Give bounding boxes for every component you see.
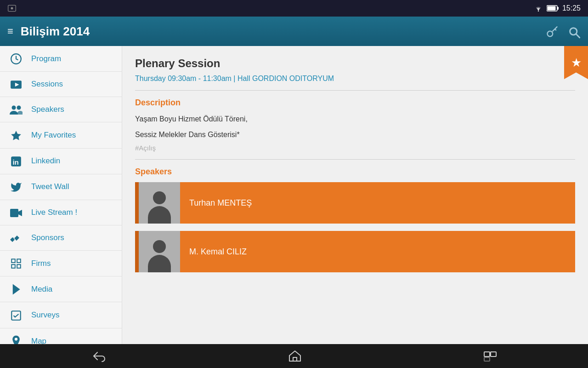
divider-1: [135, 90, 575, 91]
bookmark-star-icon: ★: [571, 56, 582, 70]
speakers-icon: [9, 104, 23, 115]
svg-text:in: in: [12, 158, 18, 166]
sidebar-item-firms[interactable]: Firms: [0, 251, 122, 276]
svg-rect-4: [557, 7, 559, 10]
svg-rect-28: [484, 352, 490, 356]
star-icon: [9, 129, 23, 141]
sidebar-label-tweetwall: Tweet Wall: [31, 182, 69, 191]
description-text-1: Yaşam Boyu Hizmet Ödülü Töreni,: [135, 113, 575, 125]
status-time: 15:25: [562, 4, 581, 12]
battery-icon: [547, 5, 559, 12]
svg-marker-23: [13, 284, 20, 295]
svg-point-2: [538, 11, 539, 12]
bottom-nav: [0, 344, 588, 368]
sidebar-label-livestream: Live Stream !: [31, 208, 77, 217]
status-icons: 15:25: [534, 4, 581, 12]
svg-line-8: [576, 34, 580, 38]
svg-point-1: [11, 7, 13, 10]
svg-rect-21: [11, 264, 15, 268]
content-area: ★ Plenary Session Thursday 09:30am - 11:…: [122, 46, 588, 344]
svg-rect-20: [17, 259, 21, 263]
sidebar-label-program: Program: [31, 54, 61, 63]
hamburger-button[interactable]: ≡: [7, 25, 13, 37]
svg-rect-29: [491, 352, 496, 356]
speakers-section: Turhan MENTEŞ M. Kemal CILIZ: [135, 182, 575, 272]
hashtag: #Açılış: [135, 144, 575, 152]
svg-marker-18: [18, 210, 22, 216]
content-inner: Plenary Session Thursday 09:30am - 11:30…: [122, 46, 588, 291]
sidebar-label-map: Map: [31, 337, 46, 344]
speaker-accent-2: [135, 231, 139, 272]
sidebar-item-media[interactable]: Media: [0, 276, 122, 302]
recents-button[interactable]: [483, 350, 497, 362]
wifi-icon: [534, 5, 543, 12]
session-title: Plenary Session: [135, 57, 575, 70]
sidebar-label-surveys: Surveys: [31, 310, 59, 320]
description-text-2: Sessiz Melekler Dans Gösterisi*: [135, 129, 575, 141]
home-button[interactable]: [288, 350, 302, 362]
key-icon[interactable]: [546, 24, 559, 38]
description-label: Description: [135, 98, 575, 108]
sidebar-item-favorites[interactable]: My Favorites: [0, 122, 122, 148]
speaker-name-1: Turhan MENTEŞ: [180, 198, 252, 208]
sidebar-item-surveys[interactable]: Surveys: [0, 302, 122, 328]
svg-marker-26: [289, 351, 300, 361]
speaker-card-1[interactable]: Turhan MENTEŞ: [135, 182, 575, 224]
sidebar-item-linkedin[interactable]: in Linkedin: [0, 149, 122, 174]
sidebar-item-program[interactable]: Program: [0, 46, 122, 72]
sessions-icon: [9, 78, 23, 90]
speakers-label: Speakers: [135, 167, 575, 177]
sidebar-label-firms: Firms: [31, 259, 51, 268]
sidebar-label-media: Media: [31, 285, 52, 294]
svg-rect-17: [10, 209, 18, 217]
sidebar-item-sessions[interactable]: Sessions: [0, 72, 122, 97]
speaker-name-2: M. Kemal CILIZ: [180, 247, 247, 257]
svg-marker-14: [11, 131, 21, 140]
svg-point-25: [15, 338, 17, 340]
sidebar-label-sessions: Sessions: [31, 80, 63, 89]
sidebar: Program Sessions Speakers: [0, 46, 122, 344]
back-button[interactable]: [91, 350, 107, 362]
svg-point-13: [17, 106, 21, 110]
svg-rect-22: [17, 264, 21, 268]
twitter-icon: [9, 181, 23, 193]
svg-rect-19: [11, 259, 15, 263]
sidebar-label-sponsors: Sponsors: [31, 233, 64, 242]
speaker-avatar-1: [139, 182, 180, 224]
speaker-avatar-2: [139, 231, 180, 272]
svg-point-12: [12, 106, 16, 110]
sidebar-item-tweetwall[interactable]: Tweet Wall: [0, 174, 122, 200]
app-title: Bilişim 2014: [21, 24, 90, 39]
svg-rect-30: [484, 357, 490, 361]
session-time: Thursday 09:30am - 11:30am | Hall GORDIO…: [135, 75, 575, 83]
status-bar: 15:25: [0, 0, 588, 17]
sidebar-item-speakers[interactable]: Speakers: [0, 97, 122, 122]
livestream-icon: [9, 207, 23, 218]
svg-rect-5: [547, 6, 555, 11]
sidebar-item-map[interactable]: Map: [0, 328, 122, 345]
sidebar-label-speakers: Speakers: [31, 105, 64, 114]
svg-rect-27: [293, 357, 297, 361]
sidebar-label-favorites: My Favorites: [31, 131, 76, 140]
main-layout: Program Sessions Speakers: [0, 46, 588, 344]
play-icon: [9, 283, 23, 295]
speaker-card-2[interactable]: M. Kemal CILIZ: [135, 231, 575, 272]
sidebar-item-livestream[interactable]: Live Stream !: [0, 200, 122, 225]
clock-icon: [9, 52, 23, 65]
linkedin-icon: in: [9, 155, 23, 167]
sidebar-item-sponsors[interactable]: Sponsors: [0, 225, 122, 251]
screenshot-icon: [7, 4, 17, 13]
app-bar: ≡ Bilişim 2014: [0, 17, 588, 46]
svg-point-6: [548, 31, 553, 36]
speaker-accent-1: [135, 182, 139, 224]
divider-2: [135, 159, 575, 160]
checkbox-icon: [9, 309, 23, 321]
handshake-icon: [9, 232, 23, 244]
building-icon: [9, 257, 23, 270]
sidebar-label-linkedin: Linkedin: [31, 156, 60, 166]
map-icon: [9, 335, 23, 345]
search-icon[interactable]: [568, 24, 581, 38]
